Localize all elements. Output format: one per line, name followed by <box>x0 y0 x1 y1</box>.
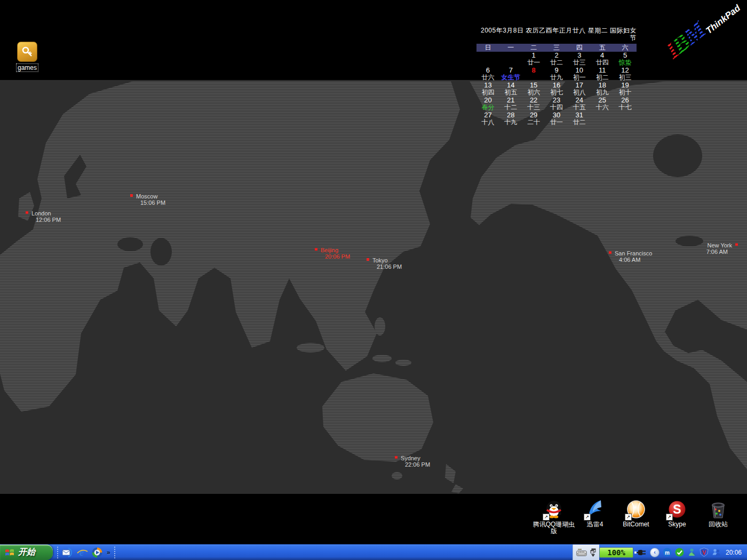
calendar-day-4[interactable]: 4廿四 <box>591 52 614 67</box>
start-button-label[interactable]: 开始 <box>18 547 35 558</box>
city-time: 21:06 PM <box>372 263 402 270</box>
desktop-icon-label[interactable]: BitComet <box>613 521 659 528</box>
city-marker-dot <box>315 248 317 251</box>
language-bar <box>573 545 599 560</box>
desktop-icon-label[interactable]: 腾讯QQ珊瑚虫版 <box>531 521 577 535</box>
calendar-day-17[interactable]: 17初八 <box>568 82 591 97</box>
calendar-day-25[interactable]: 25十六 <box>591 97 614 111</box>
calendar-day-12[interactable]: 12初三 <box>614 67 637 82</box>
calendar-empty-cell <box>614 111 637 126</box>
antivirus-shield-icon[interactable]: V <box>700 548 709 557</box>
quick-launch-overflow-chevron[interactable]: » <box>107 549 110 556</box>
calendar-day-19[interactable]: 19初十 <box>614 82 637 97</box>
desktop-icon-label[interactable]: 迅雷4 <box>572 521 618 528</box>
city-time: 15:06 PM <box>136 199 165 206</box>
city-clock-sydney: Sydney22:06 PM <box>401 455 430 468</box>
messenger-people-icon[interactable] <box>712 548 721 557</box>
calendar-day-2[interactable]: 2廿二 <box>545 52 568 67</box>
desktop-icon-label[interactable]: Skype <box>654 521 700 528</box>
calendar-day-6[interactable]: 6廿六 <box>476 67 499 82</box>
green-check-icon[interactable] <box>675 548 684 557</box>
calendar-day-22[interactable]: 22十三 <box>522 97 545 111</box>
city-clock-london: London12:06 PM <box>31 210 61 223</box>
city-time: 4:06 AM <box>615 257 652 263</box>
keyboard-icon[interactable] <box>576 549 587 556</box>
calendar-day-20[interactable]: 20春分 <box>476 97 499 111</box>
outlook-express-icon[interactable] <box>61 547 73 558</box>
calendar-day-8[interactable]: 8 <box>522 67 545 82</box>
taskbar-clock[interactable]: 20:06 <box>726 549 742 556</box>
city-clock-beijing: Beijing20:06 PM <box>321 247 350 260</box>
battery-indicator[interactable]: 100% <box>599 547 633 558</box>
calendar-day-29[interactable]: 29二十 <box>522 111 545 126</box>
svg-text:S: S <box>673 502 681 516</box>
start-button[interactable]: 开始 <box>0 545 53 560</box>
calendar-day-3[interactable]: 3廿三 <box>568 52 591 67</box>
calendar-day-26[interactable]: 26十七 <box>614 97 637 111</box>
quick-launch-bar: e » <box>55 545 117 560</box>
restore-window-icon[interactable] <box>590 548 596 554</box>
calendar-day-9[interactable]: 9廿九 <box>545 67 568 82</box>
calendar-day-13[interactable]: 13初四 <box>476 82 499 97</box>
city-marker-dot <box>735 243 738 246</box>
city-marker-dot <box>395 456 398 459</box>
desktop-icon-label[interactable]: 回收站 <box>695 521 741 528</box>
maxthon-icon[interactable]: m <box>663 548 672 557</box>
dropdown-arrow-icon[interactable] <box>591 554 595 557</box>
city-clock-new-york: New York7:06 AM <box>706 242 732 255</box>
desktop-icon-bitcomet[interactable]: ↗BitComet <box>613 499 659 528</box>
calendar-day-18[interactable]: 18初九 <box>591 82 614 97</box>
weekday-label: 六 <box>614 44 637 52</box>
calendar-day-11[interactable]: 11初二 <box>591 67 614 82</box>
city-name: Sydney <box>401 455 430 461</box>
desktop-icon-skype[interactable]: S↗Skype <box>654 499 700 528</box>
hide-tray-icons-chevron[interactable]: ‹ <box>650 548 659 557</box>
calendar-day-23[interactable]: 23十四 <box>545 97 568 111</box>
messenger-person-icon[interactable] <box>687 548 696 557</box>
shortcut-arrow-icon: ↗ <box>625 514 632 521</box>
calendar-day-14[interactable]: 14初五 <box>499 82 522 97</box>
desktop-icon-games[interactable]: games <box>10 42 45 72</box>
city-marker-dot <box>609 251 611 254</box>
calendar-title: 2005年3月8日 农历乙酉年正月廿八 星期二 国际妇女节 <box>476 27 637 42</box>
city-time: 7:06 AM <box>706 249 732 255</box>
desktop-icon-迅雷4[interactable]: ↗迅雷4 <box>572 499 618 528</box>
desktop-icon-腾讯qq珊瑚虫版[interactable]: ↗腾讯QQ珊瑚虫版 <box>531 499 577 535</box>
thunder-bird-icon[interactable]: ↗ <box>585 499 605 519</box>
recycle-bin-icon[interactable] <box>708 499 728 519</box>
calendar-day-7[interactable]: 7女生节 <box>499 67 522 82</box>
calendar-day-24[interactable]: 24十五 <box>568 97 591 111</box>
system-tray: 100% ‹ mV 20:06 <box>573 545 747 560</box>
city-time: 12:06 PM <box>31 217 61 223</box>
calendar-day-10[interactable]: 10初一 <box>568 67 591 82</box>
skype-icon[interactable]: S↗ <box>667 499 687 519</box>
internet-explorer-icon[interactable]: e <box>76 547 88 558</box>
calendar-day-31[interactable]: 31廿二 <box>568 111 591 126</box>
weekday-label: 日 <box>476 44 499 52</box>
key-icon[interactable] <box>17 42 37 62</box>
calendar-day-28[interactable]: 28十九 <box>499 111 522 126</box>
toolbar-grip[interactable] <box>57 547 58 558</box>
calendar-day-1[interactable]: 1廿一 <box>522 52 545 67</box>
toolbar-grip[interactable] <box>114 547 115 558</box>
bitcomet-globe-icon[interactable]: ↗ <box>626 499 646 519</box>
calendar-day-5[interactable]: 5惊蛰 <box>614 52 637 67</box>
calendar-day-21[interactable]: 21十二 <box>499 97 522 111</box>
svg-text:V: V <box>702 549 706 556</box>
media-player-icon[interactable] <box>91 547 103 558</box>
qq-penguin-icon[interactable]: ↗ <box>544 499 564 519</box>
desktop-icon-回收站[interactable]: 回收站 <box>695 499 741 528</box>
city-name: San Francisco <box>615 250 652 257</box>
calendar-day-15[interactable]: 15初六 <box>522 82 545 97</box>
weekday-label: 一 <box>499 44 522 52</box>
calendar-day-30[interactable]: 30廿一 <box>545 111 568 126</box>
power-plug-icon[interactable] <box>634 548 647 557</box>
city-marker-dot <box>130 194 133 197</box>
calendar-day-27[interactable]: 27十八 <box>476 111 499 126</box>
calendar-day-16[interactable]: 16初七 <box>545 82 568 97</box>
calendar-empty-cell <box>591 111 614 126</box>
games-icon-label[interactable]: games <box>16 63 38 72</box>
city-marker-dot <box>26 211 28 214</box>
city-name: Beijing <box>321 247 350 253</box>
calendar-empty-cell <box>499 52 522 67</box>
